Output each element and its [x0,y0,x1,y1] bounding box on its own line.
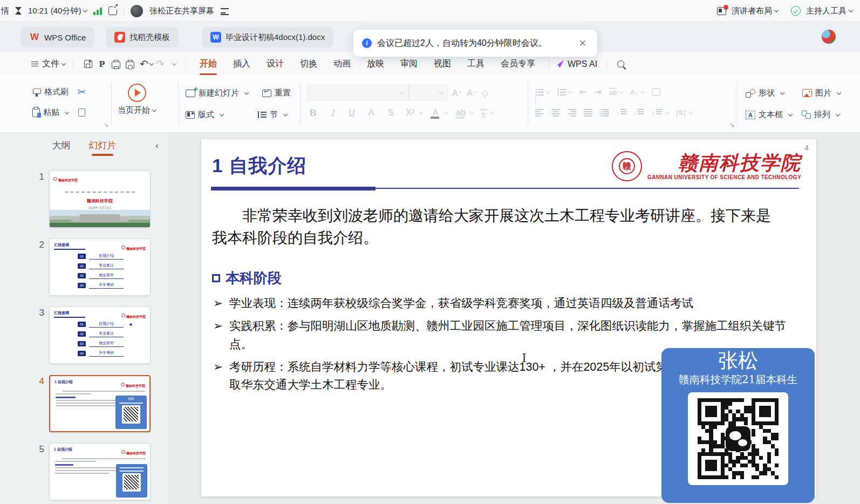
slide-layout-button[interactable]: 版式 [186,110,223,120]
slide-page-number: 4 [804,144,809,152]
slide-thumbnail-1[interactable]: 赣南科技学院 赣南科技学院 2025年 6月13日 [49,171,151,228]
picture-icon [802,89,812,97]
title-rule [211,187,799,190]
file-menu[interactable]: 文件 [31,58,65,70]
qr-card-subtitle: 赣南科技学院21届本科生 [679,372,797,387]
section-icon [258,111,267,118]
export-pdf-button[interactable]: P [95,57,109,71]
highlight-button: ab [454,106,473,119]
doc-file-icon: W [210,32,221,43]
presenter-layout-button[interactable]: 演讲者布局 [732,6,778,16]
print-button[interactable] [109,57,123,71]
cut-button[interactable]: ✂ [77,86,86,98]
save-button[interactable] [81,57,95,71]
shapes-button[interactable]: 形状 [746,88,784,98]
meeting-top-bar: 情 10:21 (40分钟) 张松正在共享屏幕 演讲者布局 主持人工具 [0,0,860,22]
sharing-options-icon[interactable] [221,8,229,14]
network-signal-icon [93,6,102,15]
docer-icon [114,32,125,43]
mini-qr-card [116,464,147,498]
contact-qr-card[interactable]: 张松 赣南科技学院21届本科生 [661,348,815,503]
ribbon-tab-animation[interactable]: 动画 [333,52,351,76]
toast-text: 会议已超过2人，自动转为40分钟限时会议。 [377,38,571,49]
increase-indent-button: ⇥ [594,87,601,97]
section-heading[interactable]: 本科阶段 [212,269,282,288]
clipboard-group-expand[interactable]: ↘ [104,121,108,128]
line-spacing-button: ↕ [651,108,669,117]
ribbon-tab-design[interactable]: 设计 [267,52,284,76]
ribbon-tab-transition[interactable]: 切换 [300,52,317,76]
font-color-button: A [429,106,448,119]
shapes-icon [746,89,755,98]
logo-chinese-name: 赣南科技学院 [678,153,801,172]
ribbon-tab-home[interactable]: 开始 [200,52,217,76]
ribbon-toolbar: 格式刷 ✂ 粘贴 ↘ 当页开始 新建幻灯片 重置 版式 [0,76,860,133]
superscript-button: X² [404,106,422,119]
search-icon[interactable] [617,60,624,67]
meeting-time: 10:21 (40分钟) [28,6,81,16]
pointer-arrow-icon: ◄ [128,322,133,327]
quickbar-customize-button[interactable] [172,61,176,65]
picture-button[interactable]: 图片 [802,88,841,98]
slide-canvas[interactable]: 4 1 自我介绍 赣 赣南科技学院 GANNAN UNIVERSITY OF S… [201,139,816,496]
slide-thumbnail-3[interactable]: 汇报提纲 赣南科技学院 01自我介绍◄ 02专业看法 03就业形势 04升学考研 [49,307,151,364]
slide-thumbnail-2[interactable]: 汇报提纲 赣南科技学院 01自我介绍 02专业看法 03就业形势 04升学考研 [49,239,151,296]
section-button[interactable]: 节 [258,110,287,120]
wechat-icon [726,426,750,451]
reset-icon [262,90,271,97]
info-icon: i [362,38,372,48]
qr-card-name: 张松 [718,350,758,372]
toast-close-button[interactable]: ✕ [577,37,589,50]
thumb-number: 4 [31,375,44,432]
slide-thumbnail-4-selected[interactable]: 1 自我介绍 赣南科技学院 张松 [49,375,151,432]
decrease-indent-button: ⇤ [579,87,586,97]
tab-docer-templates[interactable]: 找稻壳模板 [106,27,179,47]
presenter-layout-icon [717,7,726,15]
print-preview-button[interactable] [123,57,137,71]
logo-english-name: GANNAN UNIVERSITY OF SCIENCE AND TECHNOL… [647,175,801,180]
pinyin-button: wén文 [480,107,494,118]
slide-title[interactable]: 1 自我介绍 [212,153,306,179]
paragraph-group-expand[interactable]: ↘ [729,121,734,128]
intro-paragraph[interactable]: 非常荣幸收到刘波老师的邀请给大家开展这次土木工程专业考研讲座。接下来是我本科阶段… [212,205,776,249]
university-seal-icon: 赣 [612,151,642,181]
redo-button: ↷ [153,57,167,71]
divider [124,6,124,16]
thumb-number: 1 [31,171,44,228]
slide-thumbnail-5[interactable]: 1 自我介绍 赣南科技学院 [49,443,151,500]
mini-qr-card: 张松 [115,396,147,429]
new-slide-button[interactable]: 新建幻灯片 [186,88,248,98]
host-tools-button[interactable]: 主持人工具 [806,6,852,16]
wps-ai-button[interactable]: WPS AI [555,59,597,69]
tab-outline[interactable]: 大纲 [52,139,71,156]
text-cursor: I [522,351,529,364]
cover-dashed-line [65,192,135,193]
distribute-button [600,109,609,117]
share-screen-icon[interactable] [108,6,117,15]
play-from-current-button[interactable]: 当页开始 [118,84,156,115]
paste-button[interactable]: 粘贴 [32,107,69,118]
qr-code [688,392,788,485]
increase-font-button: A⁺ [452,88,462,98]
ribbon-tab-insert[interactable]: 插入 [233,52,250,76]
copy-button[interactable] [78,108,85,117]
tab-document[interactable]: W 毕业设计初稿4docx(1).docx [202,27,333,47]
meeting-timer-icon [15,6,22,15]
campus-photo [50,210,150,227]
account-avatar[interactable] [821,29,836,44]
slide-panel: 大纲 幻灯片 ‹ 1 赣南科技学院 赣南科技学院 2025年 6月13日 2 汇… [0,133,168,504]
bold-button: B [306,106,319,119]
tab-wps-home[interactable]: W WPS Office [21,27,94,47]
reset-slide-button[interactable]: 重置 [262,88,291,98]
textbox-button[interactable]: A 文本框 [746,110,792,120]
text-shadow-button: S [384,106,397,119]
convert-smartart-icon [652,88,660,96]
collapse-panel-button[interactable]: ‹ [155,140,159,151]
format-painter-button[interactable]: 格式刷 [32,87,69,97]
undo-button[interactable]: ↶ [137,57,151,71]
sharer-avatar [131,5,143,17]
meeting-limit-toast: i 会议已超过2人，自动转为40分钟限时会议。 ✕ [353,30,597,57]
meeting-time-dropdown[interactable]: 10:21 (40分钟) [28,6,87,16]
tab-slides[interactable]: 幻灯片 [89,139,117,156]
arrange-button[interactable]: 排列 [802,110,839,120]
